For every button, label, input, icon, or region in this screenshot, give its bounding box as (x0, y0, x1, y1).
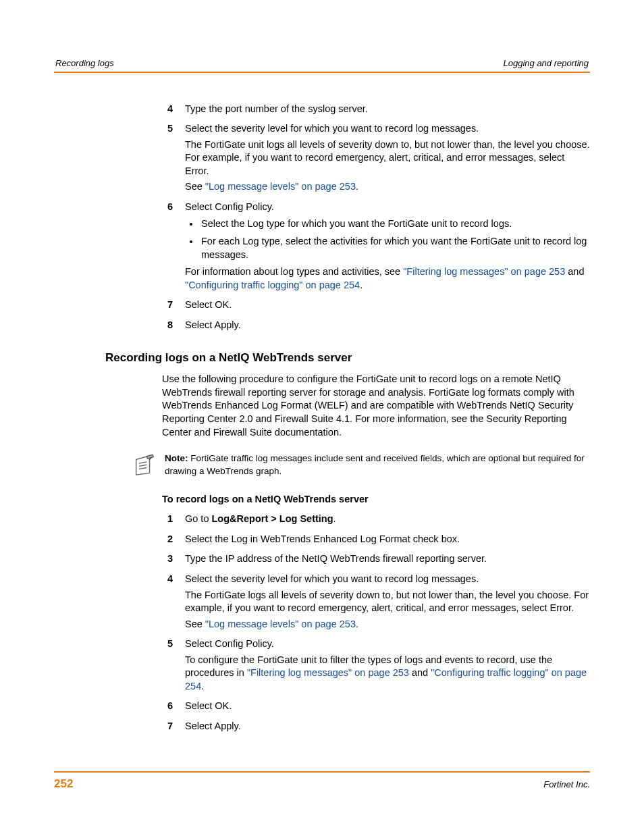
text-fragment: . (356, 619, 358, 629)
step-text: Select OK. (185, 700, 590, 713)
step-text: Select Apply. (185, 319, 590, 332)
step-5b: 5 Select Config Policy. To configure the… (162, 637, 590, 696)
note-body: FortiGate traffic log messages include s… (165, 453, 585, 476)
step-text: The FortiGate logs all levels of severit… (185, 589, 590, 615)
procedure-title: To record logs on a NetIQ WebTrends serv… (162, 493, 590, 506)
step-body: Select Apply. (185, 319, 590, 335)
footer-rule (54, 771, 590, 773)
text-fragment: and (409, 667, 431, 678)
step-number: 3 (162, 552, 185, 569)
step-number: 7 (162, 720, 185, 736)
section-intro: Use the following procedure to configure… (162, 373, 590, 439)
step-7b: 7 Select Apply. (162, 720, 590, 736)
step-4b: 4 Select the severity level for which yo… (162, 573, 590, 633)
step-text: See "Log message levels" on page 253. (185, 618, 590, 631)
text-fragment: For information about log types and acti… (185, 266, 403, 277)
company-name: Fortinet Inc. (543, 779, 590, 791)
step-number: 1 (162, 513, 185, 529)
header-left: Recording logs (55, 57, 114, 70)
step-text: Select Config Policy. (185, 201, 590, 214)
xref-link[interactable]: "Log message levels" on page 253 (205, 181, 356, 192)
note-label: Note: (165, 453, 188, 463)
xref-link[interactable]: "Log message levels" on page 253 (205, 619, 356, 629)
header-right: Logging and reporting (504, 57, 589, 70)
menu-path: Log&Report > Log Setting (212, 513, 333, 524)
text-fragment: and (565, 266, 584, 277)
text-fragment: See (185, 619, 205, 629)
xref-link[interactable]: "Filtering log messages" on page 253 (403, 266, 565, 277)
step-6b: 6 Select OK. (162, 700, 590, 716)
step-body: Go to Log&Report > Log Setting. (185, 513, 590, 529)
step-6: 6 Select Config Policy. Select the Log t… (162, 201, 590, 294)
footer: 252 Fortinet Inc. (54, 771, 590, 792)
note-block: Note: FortiGate traffic log messages inc… (132, 452, 590, 481)
step-text: Select Apply. (185, 720, 590, 733)
bullet-item: For each Log type, select the activities… (200, 235, 590, 261)
step-2: 2 Select the Log in WebTrends Enhanced L… (162, 533, 590, 549)
step-text: The FortiGate unit logs all levels of se… (185, 138, 590, 178)
step-text: Select the severity level for which you … (185, 122, 590, 136)
step-body: Type the port number of the syslog serve… (185, 103, 590, 119)
xref-link[interactable]: "Configuring traffic logging" on page 25… (185, 280, 360, 290)
page-number: 252 (54, 777, 73, 792)
step-text: To configure the FortiGate unit to filte… (185, 654, 590, 694)
text-fragment: . (201, 681, 204, 692)
step-body: Select the severity level for which you … (185, 122, 590, 197)
step-text: For information about log types and acti… (185, 265, 590, 292)
step-number: 6 (162, 201, 185, 294)
step-number: 4 (162, 573, 185, 633)
step-text: Select OK. (185, 298, 590, 312)
step-5: 5 Select the severity level for which yo… (162, 122, 590, 197)
header-rule (54, 72, 590, 73)
note-icon (132, 452, 155, 481)
step-body: Select OK. (185, 700, 590, 716)
step-text: Select Config Policy. (185, 637, 590, 651)
step-8: 8 Select Apply. (162, 319, 590, 335)
main-content: 4 Type the port number of the syslog ser… (54, 103, 590, 736)
step-text: See "Log message levels" on page 253. (185, 180, 590, 194)
step-body: Type the IP address of the NetIQ WebTren… (185, 552, 590, 569)
step-text: Type the port number of the syslog serve… (185, 103, 590, 116)
text-fragment: . (333, 513, 336, 524)
step-text: Select the severity level for which you … (185, 573, 590, 586)
step-body: Select the Log in WebTrends Enhanced Log… (185, 533, 590, 549)
text-fragment: Go to (185, 513, 212, 524)
step-number: 5 (162, 637, 185, 696)
step-text: Type the IP address of the NetIQ WebTren… (185, 552, 590, 566)
step-text: Go to Log&Report > Log Setting. (185, 513, 590, 526)
step-body: Select the severity level for which you … (185, 573, 590, 633)
sub-bullet-list: Select the Log type for which you want t… (200, 217, 590, 261)
step-number: 5 (162, 122, 185, 197)
step-text: Select the Log in WebTrends Enhanced Log… (185, 533, 590, 546)
step-1: 1 Go to Log&Report > Log Setting. (162, 513, 590, 529)
step-number: 7 (162, 298, 185, 315)
step-number: 6 (162, 700, 185, 716)
step-number: 2 (162, 533, 185, 549)
step-body: Select Config Policy. Select the Log typ… (185, 201, 590, 294)
step-body: Select Apply. (185, 720, 590, 736)
text-fragment: See (185, 181, 205, 192)
bullet-item: Select the Log type for which you want t… (200, 217, 590, 231)
step-number: 4 (162, 103, 185, 119)
step-body: Select Config Policy. To configure the F… (185, 637, 590, 696)
text-fragment: . (356, 181, 358, 192)
step-number: 8 (162, 319, 185, 335)
note-text: Note: FortiGate traffic log messages inc… (165, 452, 590, 478)
step-7: 7 Select OK. (162, 298, 590, 315)
step-4: 4 Type the port number of the syslog ser… (162, 103, 590, 119)
step-body: Select OK. (185, 298, 590, 315)
section-heading: Recording logs on a NetIQ WebTrends serv… (105, 350, 590, 366)
text-fragment: . (360, 280, 363, 290)
step-3: 3 Type the IP address of the NetIQ WebTr… (162, 552, 590, 569)
xref-link[interactable]: "Filtering log messages" on page 253 (247, 667, 409, 678)
